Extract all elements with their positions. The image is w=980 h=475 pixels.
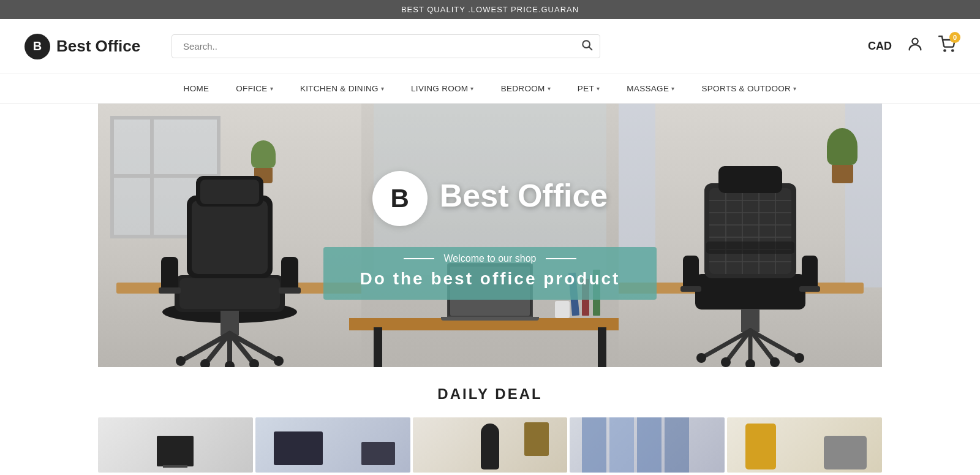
banner-text: BEST QUALITY .LOWEST PRICE.GUARAN: [401, 5, 579, 14]
nav-bedroom[interactable]: BEDROOM ▾: [488, 74, 564, 103]
hero-logo-circle: B: [372, 171, 428, 226]
hero-welcome-bar: Welcome to our shop Do the best office p…: [323, 247, 657, 300]
nav-massage[interactable]: MASSAGE ▾: [613, 74, 688, 103]
chevron-down-icon: ▾: [671, 85, 674, 92]
logo-icon: B: [24, 34, 50, 59]
hero-banner: B Best Office Welcome to our shop Do the…: [98, 104, 882, 367]
cart-badge: 0: [949, 32, 960, 43]
product-card-2[interactable]: [255, 417, 410, 473]
daily-deal-title: DAILY DEAL: [24, 386, 956, 403]
hero-welcome-line: Welcome to our shop: [404, 253, 577, 264]
search-area: [172, 34, 600, 58]
daily-deal-section: DAILY DEAL: [0, 367, 980, 475]
header: B Best Office CAD: [0, 19, 980, 74]
product-card-5[interactable]: [727, 417, 882, 473]
chevron-down-icon: ▾: [270, 85, 273, 92]
nav-pet[interactable]: PET ▾: [564, 74, 613, 103]
chevron-down-icon: ▾: [470, 85, 473, 92]
main-nav: HOME OFFICE ▾ KITCHEN & DINING ▾ LIVING …: [0, 74, 980, 104]
currency-button[interactable]: CAD: [868, 40, 892, 53]
logo-text: Best Office: [56, 37, 140, 56]
top-banner: BEST QUALITY .LOWEST PRICE.GUARAN: [0, 0, 980, 19]
product-card-3[interactable]: [413, 417, 568, 473]
hero-brand-name: Best Office: [440, 177, 608, 214]
svg-point-3: [944, 50, 945, 51]
svg-line-1: [589, 47, 592, 50]
header-actions: CAD 0: [868, 36, 956, 57]
nav-home[interactable]: HOME: [170, 74, 223, 103]
chevron-down-icon: ▾: [793, 85, 796, 92]
hero-tagline: Do the best office product: [360, 269, 620, 289]
logo-area: B Best Office: [24, 34, 147, 59]
nav-sports-outdoor[interactable]: SPORTS & OUTDOOR ▾: [688, 74, 810, 103]
nav-office[interactable]: OFFICE ▾: [222, 74, 287, 103]
product-card-4[interactable]: [570, 417, 725, 473]
product-cards-row: [98, 417, 882, 473]
nav-living-room[interactable]: LIVING ROOM ▾: [398, 74, 488, 103]
search-button[interactable]: [581, 39, 593, 54]
product-card-1[interactable]: [98, 417, 253, 473]
chevron-down-icon: ▾: [597, 85, 600, 92]
svg-point-4: [952, 50, 953, 51]
hero-logo-row: B Best Office: [372, 171, 608, 235]
hero-content: B Best Office Welcome to our shop Do the…: [98, 104, 882, 367]
welcome-dash-right: [546, 258, 576, 259]
search-input[interactable]: [172, 34, 600, 58]
svg-point-2: [912, 39, 918, 44]
chevron-down-icon: ▾: [548, 85, 551, 92]
chevron-down-icon: ▾: [381, 85, 384, 92]
nav-kitchen-dining[interactable]: KITCHEN & DINING ▾: [287, 74, 398, 103]
cart-button[interactable]: 0: [938, 36, 956, 57]
page-wrapper: BEST QUALITY .LOWEST PRICE.GUARAN B Best…: [0, 0, 980, 475]
welcome-dash-left: [404, 258, 434, 259]
user-account-button[interactable]: [907, 36, 924, 57]
